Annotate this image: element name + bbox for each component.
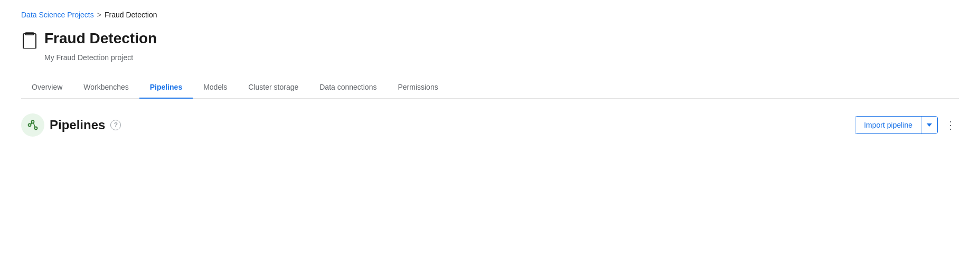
section-header: Pipelines ? Import pipeline ⋮ [21,99,959,137]
svg-line-6 [34,123,35,127]
svg-point-3 [32,121,34,123]
help-icon[interactable]: ? [110,120,121,130]
svg-line-5 [31,123,32,125]
import-pipeline-dropdown-button[interactable] [921,117,937,133]
project-description: My Fraud Detection project [44,53,959,62]
project-header: Fraud Detection [21,30,959,50]
tab-pipelines[interactable]: Pipelines [139,76,193,99]
import-pipeline-button[interactable]: Import pipeline [855,117,921,133]
tab-permissions[interactable]: Permissions [387,76,448,99]
page-wrapper: Data Science Projects > Fraud Detection … [0,0,980,137]
breadcrumb-parent-link[interactable]: Data Science Projects [21,11,94,19]
section-title-group: Pipelines ? [21,113,121,137]
project-title: Fraud Detection [44,30,157,47]
pipelines-icon [21,113,44,137]
header-actions: Import pipeline ⋮ [855,116,959,134]
tab-cluster-storage[interactable]: Cluster storage [238,76,309,99]
project-icon [21,32,38,50]
section-title: Pipelines [50,118,105,132]
tab-overview[interactable]: Overview [21,76,73,99]
tab-workbenches[interactable]: Workbenches [73,76,139,99]
import-pipeline-btn-group: Import pipeline [855,116,938,134]
tabs-nav: Overview Workbenches Pipelines Models Cl… [21,76,959,99]
tab-models[interactable]: Models [193,76,238,99]
more-options-button[interactable]: ⋮ [942,117,959,133]
tab-data-connections[interactable]: Data connections [309,76,387,99]
breadcrumb-current: Fraud Detection [105,11,157,19]
svg-point-2 [29,124,31,127]
breadcrumb: Data Science Projects > Fraud Detection [21,11,959,19]
svg-rect-0 [23,34,36,49]
breadcrumb-separator: > [97,11,101,19]
svg-point-4 [35,127,37,130]
chevron-down-icon [927,123,932,127]
